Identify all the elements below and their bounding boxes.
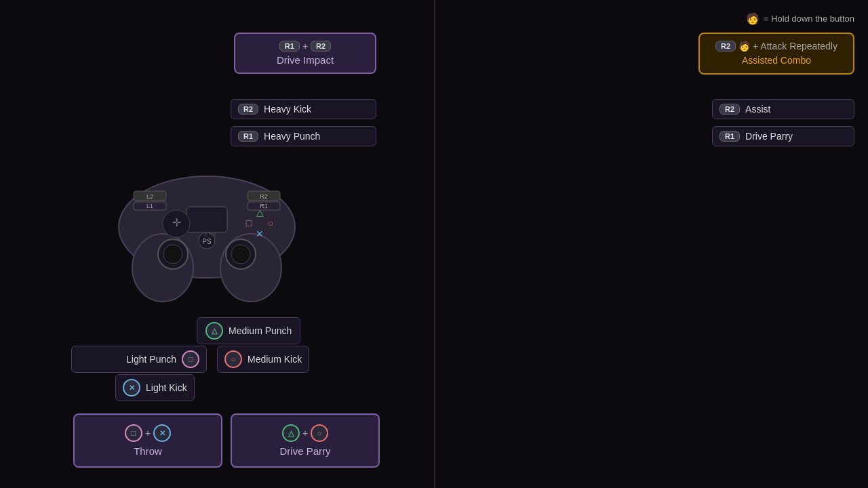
controller-left-svg: ✛ PS △ □ ○ ✕ ⠿⠿⠿ L2 L1 R2 R1 <box>105 156 309 305</box>
heavy-punch-row: R1 Heavy Punch <box>231 126 376 146</box>
throw-combo-buttons: □ + ✕ <box>84 424 212 442</box>
triangle-btn-dp: △ <box>282 424 300 442</box>
cross-btn-throw: ✕ <box>153 424 171 442</box>
drive-parry-buttons: △ + ○ <box>241 424 369 442</box>
svg-text:⠿⠿⠿: ⠿⠿⠿ <box>204 232 216 239</box>
svg-rect-3 <box>186 207 227 232</box>
drive-parry-label: Drive Parry <box>241 445 369 457</box>
r2-badge-hk: R2 <box>238 104 258 115</box>
drive-impact-label-left: Drive Impact <box>245 54 366 66</box>
svg-text:○: ○ <box>268 218 273 228</box>
drive-impact-buttons: R1 + R2 <box>245 41 366 52</box>
light-punch-row: Light Punch □ <box>71 346 207 373</box>
svg-point-9 <box>163 245 182 264</box>
svg-text:✕: ✕ <box>256 228 264 239</box>
circle-btn-mk: ○ <box>224 350 242 368</box>
r1-badge-hp: R1 <box>238 131 258 142</box>
light-kick-row: ✕ Light Kick <box>115 374 195 401</box>
assist-text: Assist <box>745 104 770 115</box>
drive-parry-text-right: Drive Parry <box>745 131 793 142</box>
square-btn-lp: □ <box>182 350 199 368</box>
svg-text:✛: ✛ <box>172 217 181 228</box>
circle-btn-dp: ○ <box>311 424 328 442</box>
svg-text:L2: L2 <box>146 193 153 200</box>
throw-label: Throw <box>84 445 212 457</box>
heavy-kick-text: Heavy Kick <box>264 104 311 115</box>
light-kick-text: Light Kick <box>146 382 187 393</box>
drive-impact-box-left: R1 + R2 Drive Impact <box>234 33 376 74</box>
assisted-combo-buttons: R2 🧑 + Attack Repeatedly <box>709 41 844 52</box>
medium-kick-row: ○ Medium Kick <box>217 346 309 373</box>
r1-badge-dp: R1 <box>719 131 740 142</box>
assisted-combo-box: R2 🧑 + Attack Repeatedly Assisted Combo <box>698 33 854 75</box>
svg-point-11 <box>231 245 250 264</box>
medium-punch-label: △ Medium Punch <box>197 317 300 344</box>
controller-left: ✛ PS △ □ ○ ✕ ⠿⠿⠿ L2 L1 R2 R1 <box>105 156 309 305</box>
r2-badge: R2 <box>311 41 331 52</box>
light-punch-text: Light Punch <box>126 354 176 365</box>
hold-icon-ac: 🧑 <box>738 41 750 52</box>
throw-combo-box: □ + ✕ Throw <box>73 413 222 468</box>
assist-row: R2 Assist <box>712 99 854 119</box>
medium-kick-text: Medium Kick <box>248 354 302 365</box>
triangle-btn-mp: △ <box>205 322 223 340</box>
square-btn-throw: □ <box>125 424 142 442</box>
left-panel: R1 + R2 Drive Impact R2 Heavy Kick R1 He… <box>0 0 434 488</box>
svg-text:R1: R1 <box>260 203 268 209</box>
medium-punch-text: Medium Punch <box>229 325 292 336</box>
r2-badge-ac: R2 <box>715 41 736 52</box>
svg-text:□: □ <box>246 218 252 228</box>
drive-parry-combo-box: △ + ○ Drive Parry <box>231 413 380 468</box>
svg-text:PS: PS <box>202 238 212 245</box>
drive-parry-row-right: R1 Drive Parry <box>712 126 854 146</box>
heavy-punch-text: Heavy Punch <box>264 131 320 142</box>
heavy-kick-row: R2 Heavy Kick <box>231 99 376 119</box>
right-panel: R2 🧑 + Attack Repeatedly Assisted Combo … <box>434 0 868 488</box>
svg-text:R2: R2 <box>260 193 268 200</box>
r2-badge-assist: R2 <box>719 104 740 115</box>
cross-btn-lk: ✕ <box>123 379 140 396</box>
assisted-combo-label: Assisted Combo <box>709 54 844 66</box>
r1-badge: R1 <box>279 41 300 52</box>
svg-text:L1: L1 <box>146 203 153 209</box>
